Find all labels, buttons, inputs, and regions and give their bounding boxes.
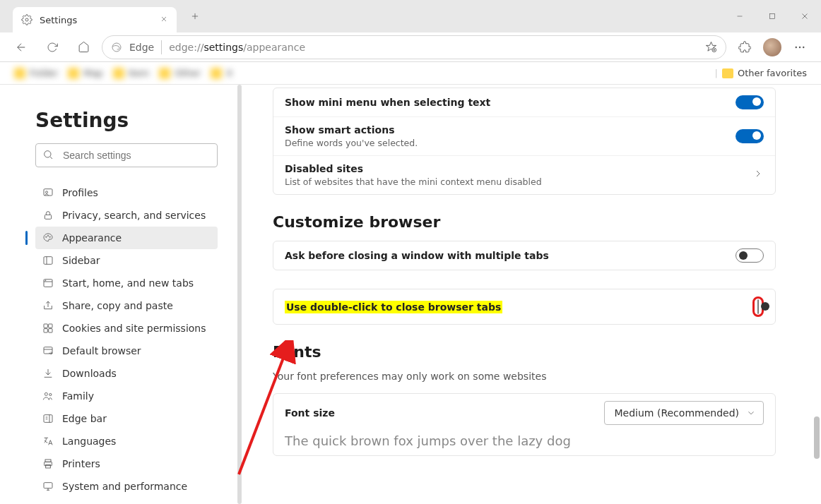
toggle-mini-menu[interactable] xyxy=(736,95,764,109)
setting-title: Show mini menu when selecting text xyxy=(285,97,726,108)
setting-subtitle: Define words you've selected. xyxy=(285,138,726,148)
sidebar-item-cookies-and-site-permissions[interactable]: Cookies and site permissions xyxy=(35,317,218,340)
svg-point-6 xyxy=(803,46,804,47)
sidebar-item-label: System and performance xyxy=(62,481,187,492)
toggle-smart-actions[interactable] xyxy=(736,129,764,143)
font-size-select[interactable]: Medium (Recommended) xyxy=(604,401,764,425)
close-window-button[interactable] xyxy=(788,0,821,32)
other-favorites-label: Other favorites xyxy=(738,68,807,78)
cookie-icon xyxy=(42,323,54,334)
back-button[interactable] xyxy=(8,35,34,60)
sidebar-item-reset-settings[interactable]: Reset settings xyxy=(35,498,218,504)
sidebar-item-label: Cookies and site permissions xyxy=(62,323,206,334)
toggle-double-click-close[interactable] xyxy=(757,299,759,314)
default-icon xyxy=(42,345,54,356)
svg-rect-24 xyxy=(44,415,52,423)
svg-point-23 xyxy=(49,393,52,395)
setting-disabled-sites[interactable]: Disabled sites List of websites that hav… xyxy=(273,155,775,194)
svg-rect-28 xyxy=(44,483,52,488)
setting-mini-menu: Show mini menu when selecting text xyxy=(273,88,775,116)
edgebar-icon xyxy=(42,413,54,424)
sidebar-item-label: Profiles xyxy=(62,187,98,198)
lock-icon xyxy=(42,210,54,221)
share-icon xyxy=(42,300,54,311)
browser-tab[interactable]: Settings xyxy=(13,7,177,32)
scrollbar-thumb[interactable] xyxy=(814,416,820,459)
sidebar-item-languages[interactable]: Languages xyxy=(35,430,218,452)
gear-icon xyxy=(21,14,33,25)
tab-title: Settings xyxy=(40,15,77,25)
sidebar-item-family[interactable]: Family xyxy=(35,385,218,407)
bookmark-item[interactable]: Folder xyxy=(14,68,58,79)
dots-icon xyxy=(793,41,806,54)
svg-point-0 xyxy=(25,18,28,21)
address-prefix: Edge xyxy=(129,42,154,53)
close-icon xyxy=(160,15,168,23)
sidebar-item-start-home-and-new-tabs[interactable]: Start, home, and new tabs xyxy=(35,272,218,294)
setting-ask-before-close: Ask before closing a window with multipl… xyxy=(273,241,775,270)
settings-panel: Show mini menu when selecting text Show … xyxy=(247,85,821,504)
menu-button[interactable] xyxy=(787,35,813,60)
favorite-add-icon[interactable] xyxy=(705,41,717,53)
system-icon xyxy=(42,481,54,492)
toggle-ask-before-close[interactable] xyxy=(736,248,764,263)
sidebar-item-label: Start, home, and new tabs xyxy=(62,277,194,289)
address-bar[interactable]: Edge edge://settings/appearance xyxy=(102,35,726,59)
titlebar: Settings xyxy=(0,0,821,32)
bookmark-item[interactable]: Map xyxy=(68,68,102,79)
sidebar-item-sidebar[interactable]: Sidebar xyxy=(35,249,218,272)
sidebar-item-privacy-search-and-services[interactable]: Privacy, search, and services xyxy=(35,204,218,227)
svg-point-13 xyxy=(49,236,50,237)
minimize-button[interactable] xyxy=(723,0,756,32)
svg-rect-27 xyxy=(46,464,51,468)
svg-rect-10 xyxy=(45,215,51,219)
setting-title: Disabled sites xyxy=(285,163,743,174)
start-icon xyxy=(42,277,54,289)
scrollbar[interactable] xyxy=(814,85,820,504)
svg-point-16 xyxy=(45,280,46,281)
svg-rect-17 xyxy=(44,324,47,328)
svg-point-4 xyxy=(796,46,797,47)
search-input[interactable] xyxy=(35,143,218,167)
printer-icon xyxy=(42,458,54,469)
arrow-left-icon xyxy=(15,41,28,54)
close-tab-button[interactable] xyxy=(160,15,168,25)
setting-title: Ask before closing a window with multipl… xyxy=(285,250,726,261)
svg-rect-21 xyxy=(44,347,52,354)
sidebar-item-share-copy-and-paste[interactable]: Share, copy and paste xyxy=(35,294,218,317)
extensions-button[interactable] xyxy=(732,35,757,60)
sidebar-item-printers[interactable]: Printers xyxy=(35,452,218,475)
home-button[interactable] xyxy=(71,35,96,60)
sidebar-item-appearance[interactable]: Appearance xyxy=(35,227,218,249)
sidebar-item-label: Default browser xyxy=(62,345,141,356)
new-tab-button[interactable] xyxy=(185,6,205,26)
sidebar-item-edge-bar[interactable]: Edge bar xyxy=(35,407,218,430)
window-controls xyxy=(723,0,821,32)
bookmark-item[interactable]: Item xyxy=(113,68,150,79)
sidebar-item-default-browser[interactable]: Default browser xyxy=(35,340,218,362)
svg-rect-18 xyxy=(49,324,52,328)
toolbar: Edge edge://settings/appearance xyxy=(0,32,821,62)
section-customize-browser: Customize browser xyxy=(273,213,776,231)
bookmark-item[interactable]: Other xyxy=(159,68,201,79)
bookmark-item[interactable]: X xyxy=(211,68,232,79)
sidebar-item-downloads[interactable]: Downloads xyxy=(35,362,218,385)
maximize-button[interactable] xyxy=(756,0,788,32)
settings-heading: Settings xyxy=(35,109,232,132)
svg-point-22 xyxy=(45,392,47,395)
edge-logo-icon xyxy=(111,42,122,53)
profile-avatar[interactable] xyxy=(763,38,781,56)
profile-icon xyxy=(42,187,54,198)
sidebar-item-system-and-performance[interactable]: System and performance xyxy=(35,475,218,498)
sidebar-item-label: Privacy, search, and services xyxy=(62,210,206,221)
other-favorites[interactable]: | Other favorites xyxy=(715,68,807,78)
svg-point-11 xyxy=(46,236,47,237)
extension-icon xyxy=(738,41,751,54)
setting-subtitle: List of websites that have the mini cont… xyxy=(285,176,743,187)
home-icon xyxy=(78,41,90,53)
sidebar-item-profiles[interactable]: Profiles xyxy=(35,181,218,204)
settings-sidebar: Settings ProfilesPrivacy, search, and se… xyxy=(0,85,247,504)
chevron-right-icon xyxy=(752,168,764,182)
refresh-button[interactable] xyxy=(40,35,65,60)
svg-rect-1 xyxy=(770,14,775,19)
